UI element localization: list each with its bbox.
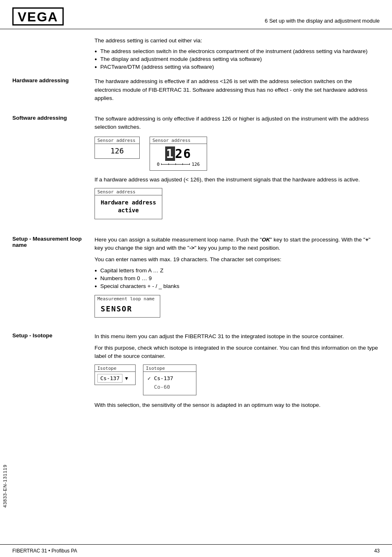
intro-bullet-list: The address selection switch in the elec… (95, 48, 380, 70)
hardware-addressing-text: The hardware addressing is effective if … (95, 77, 380, 102)
isotope-dropdown-arrow-icon[interactable]: ▼ (124, 376, 129, 381)
software-addressing-text: The software addressing is only effectiv… (95, 115, 380, 132)
list-item: The display and adjustment module (addre… (95, 56, 380, 62)
isotope-label: Setup - Isotope (12, 332, 95, 413)
page-wrapper: VEGA 6 Set up with the display and adjus… (0, 0, 392, 557)
main-content: The address setting is carried out eithe… (0, 29, 392, 446)
list-item: Numbers from 0 … 9 (95, 275, 380, 281)
slider-end: 126 (191, 162, 200, 167)
software-addressing-body: The software addressing is only effectiv… (95, 115, 380, 227)
hw-address-active-text: If a hardware address was adjusted (< 12… (95, 176, 380, 184)
isotope-body: In this menu item you can adjust the FIB… (95, 332, 380, 413)
hardware-addressing-section: Hardware addressing The hardware address… (12, 77, 380, 106)
measurement-loop-label: Setup - Measurement loop name (12, 236, 95, 323)
list-item: Special characters + - / _ blanks (95, 283, 380, 289)
intro-text: The address setting is carried out eithe… (95, 37, 380, 45)
sensor-address-digital-value: 126 (165, 146, 191, 161)
slider-start: 0 (157, 162, 160, 167)
intro-section: The address setting is carried out eithe… (12, 37, 380, 70)
hw-address-active-box: Sensor address Hardware address active (95, 188, 162, 219)
footer-page-number: 43 (374, 548, 380, 554)
isotope-right-content: ✓ Cs-137 Co-60 (143, 372, 196, 395)
list-item: PACTware/DTM (address setting via softwa… (95, 64, 380, 70)
slider-bar (161, 164, 190, 165)
vega-logo: VEGA (12, 7, 64, 26)
isotope-right-label: Isotope (143, 365, 196, 372)
isotope-right-box: Isotope ✓ Cs-137 Co-60 (143, 364, 196, 395)
sensor-address-right-content: 126 0 (150, 144, 207, 170)
hardware-addressing-label: Hardware addressing (12, 77, 95, 106)
header-title: 6 Set up with the display and adjustment… (265, 18, 380, 26)
measurement-loop-text-2: You can enter names with max. 19 charact… (95, 255, 380, 264)
software-addressing-section: Software addressing The software address… (12, 115, 380, 227)
measurement-loop-text-1: Here you can assign a suitable measureme… (95, 236, 380, 253)
software-addressing-label: Software addressing (12, 115, 95, 227)
sensor-address-right-box: Sensor address 126 0 (150, 137, 207, 171)
measurement-loop-body: Here you can assign a suitable measureme… (95, 236, 380, 323)
footer-product-name: FIBERTRAC 31 • Profibus PA (12, 548, 77, 554)
mloop-value: SENSOR (95, 302, 160, 317)
isotope-select-row[interactable]: Cs-137 ▼ (95, 372, 135, 385)
isotope-select-value: Cs-137 (97, 374, 122, 383)
hardware-addressing-body: The hardware addressing is effective if … (95, 77, 380, 106)
sensor-address-left-label: Sensor address (95, 137, 139, 144)
isotope-left-box: Isotope Cs-137 ▼ (95, 364, 136, 385)
list-item: The address selection switch in the elec… (95, 48, 380, 54)
hw-address-active-content: Hardware address active (95, 195, 162, 219)
isotope-after-text: With this selection, the sensitivity of … (95, 401, 380, 409)
measurement-loop-name-box: Measurement loop name SENSOR (95, 295, 160, 318)
list-item: Capital letters from A … Z (95, 267, 380, 274)
isotope-option-cs137[interactable]: ✓ Cs-137 (148, 374, 192, 383)
isotope-option-co60[interactable]: Co-60 (148, 383, 192, 392)
sensor-address-slider: 0 (157, 162, 200, 167)
hw-active-box-wrapper: Sensor address Hardware address active (95, 188, 380, 219)
isotope-text-2: For this purpose, check which isotope is… (95, 344, 380, 361)
sensor-address-displays: Sensor address 126 Sensor address 126 0 (95, 137, 380, 171)
header: VEGA 6 Set up with the display and adjus… (0, 0, 392, 29)
footer: FIBERTRAC 31 • Profibus PA 43 (0, 544, 392, 557)
isotope-section: Setup - Isotope In this menu item you ca… (12, 332, 380, 413)
measurement-loop-bullet-list: Capital letters from A … Z Numbers from … (95, 267, 380, 289)
isotope-text-1: In this menu item you can adjust the FIB… (95, 332, 380, 341)
isotope-displays: Isotope Cs-137 ▼ Isotope ✓ Cs-137 Co-60 (95, 364, 380, 395)
measurement-loop-section: Setup - Measurement loop name Here you c… (12, 236, 380, 323)
sensor-address-left-box: Sensor address 126 (95, 137, 140, 159)
mloop-label: Measurement loop name (95, 295, 160, 302)
sensor-address-right-label: Sensor address (150, 137, 207, 144)
isotope-left-label: Isotope (95, 365, 135, 372)
side-doc-number: 43833-EN-131119 (2, 464, 7, 508)
sensor-address-left-value: 126 (95, 144, 139, 158)
hw-address-box-label: Sensor address (95, 188, 162, 195)
